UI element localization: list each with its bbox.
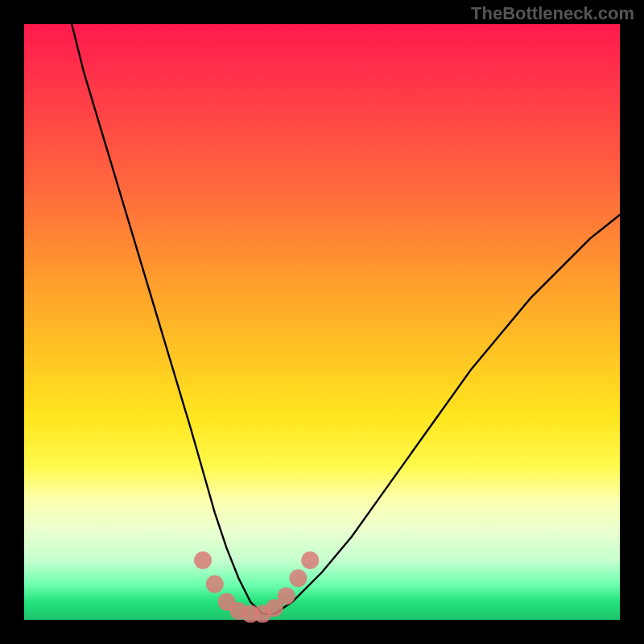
chart-svg [24,24,620,620]
plot-area [24,24,620,620]
watermark-text: TheBottleneck.com [471,3,634,24]
marker-group [194,551,319,623]
highlight-marker [278,587,295,605]
highlight-marker [289,569,307,587]
highlight-marker [206,576,224,593]
highlight-marker [194,551,212,569]
highlight-marker [301,551,319,569]
chart-frame: TheBottleneck.com [0,0,644,644]
bottleneck-curve [72,24,620,614]
